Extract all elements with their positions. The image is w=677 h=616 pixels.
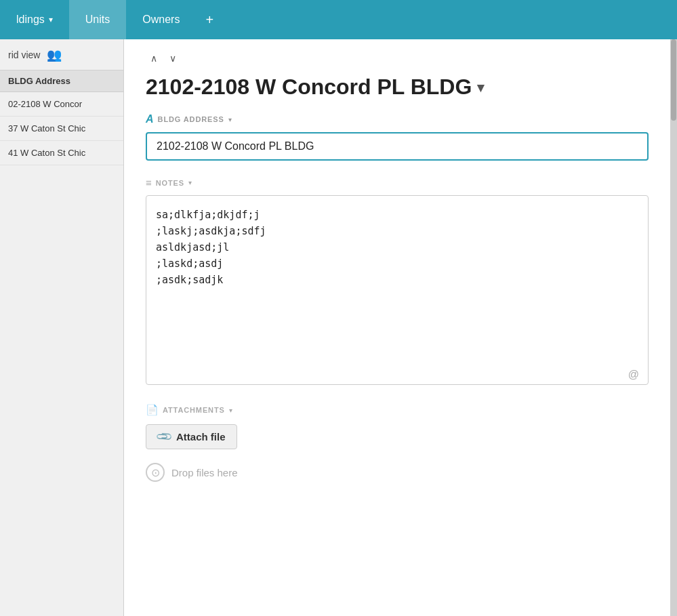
record-navigation: ∧ ∨ — [124, 39, 670, 72]
attachments-label-row: 📄 ATTACHMENTS ▾ — [146, 404, 649, 416]
attachments-section: 📄 ATTACHMENTS ▾ 📎 Attach file ⊙ Drop fil… — [124, 404, 670, 498]
bldg-address-label-row: A BLDG ADDRESS ▾ — [146, 113, 649, 125]
list-item[interactable]: 37 W Caton St Chic — [0, 117, 123, 141]
next-record-button[interactable]: ∨ — [165, 50, 181, 66]
list-item[interactable]: 02-2108 W Concor — [0, 92, 123, 117]
nav-tab-buildings-label: ldings — [16, 14, 45, 26]
drop-zone: ⊙ Drop files here — [146, 463, 649, 482]
nav-tab-buildings[interactable]: ldings ▾ — [0, 0, 69, 39]
record-title: 2102-2108 W Concord PL BLDG ▾ — [124, 72, 670, 113]
prev-record-button[interactable]: ∧ — [146, 50, 162, 66]
scrollbar-thumb[interactable] — [671, 39, 676, 121]
scrollbar[interactable] — [670, 39, 677, 616]
address-field-icon: A — [146, 113, 154, 125]
attach-file-button[interactable]: 📎 Attach file — [146, 424, 237, 449]
group-by-icon[interactable]: 👥 — [47, 47, 62, 62]
top-nav: ldings ▾ Units Owners + — [0, 0, 677, 39]
notes-textarea[interactable]: sa;dlkfja;dkjdf;j ;laskj;asdkja;sdfj asl… — [146, 195, 649, 385]
sidebar-column-header: BLDG Address — [0, 70, 123, 92]
list-item[interactable]: 41 W Caton St Chic — [0, 141, 123, 165]
attachments-field-icon: 📄 — [146, 404, 159, 416]
add-icon: + — [205, 12, 213, 28]
attachments-chevron-icon[interactable]: ▾ — [229, 407, 232, 414]
sidebar: rid view 👥 BLDG Address 02-2108 W Concor… — [0, 39, 124, 616]
nav-tab-owners-label: Owners — [142, 14, 180, 26]
view-label: rid view — [8, 49, 40, 60]
notes-wrapper: sa;dlkfja;dkjdf;j ;laskj;asdkja;sdfj asl… — [146, 195, 649, 388]
notes-label-text: NOTES — [156, 179, 184, 187]
bldg-address-chevron-icon[interactable]: ▾ — [228, 116, 232, 123]
title-text: 2102-2108 W Concord PL BLDG — [146, 75, 472, 100]
notes-chevron-icon[interactable]: ▾ — [188, 179, 192, 186]
notes-section: ≡ NOTES ▾ sa;dlkfja;dkjdf;j ;laskj;asdkj… — [124, 177, 670, 404]
drop-files-label: Drop files here — [171, 467, 238, 478]
notes-label-row: ≡ NOTES ▾ — [146, 177, 649, 188]
bldg-address-label-text: BLDG ADDRESS — [158, 115, 224, 123]
attachments-label-text: ATTACHMENTS — [163, 406, 225, 414]
bldg-address-input[interactable] — [146, 132, 649, 161]
add-tab-button[interactable]: + — [196, 0, 223, 39]
drop-zone-icon: ⊙ — [146, 463, 165, 482]
sidebar-toolbar: rid view 👥 — [0, 39, 123, 70]
attach-file-label: Attach file — [176, 431, 226, 443]
nav-tab-units-label: Units — [85, 14, 110, 26]
bldg-address-section: A BLDG ADDRESS ▾ — [124, 113, 670, 177]
nav-tab-owners[interactable]: Owners — [126, 0, 196, 39]
nav-tab-units[interactable]: Units — [69, 0, 126, 39]
paperclip-icon: 📎 — [155, 428, 173, 447]
title-chevron-icon[interactable]: ▾ — [477, 79, 484, 96]
notes-field-icon: ≡ — [146, 177, 152, 188]
buildings-chevron-icon: ▾ — [49, 15, 53, 24]
detail-panel: ∧ ∨ 2102-2108 W Concord PL BLDG ▾ A BLDG… — [124, 39, 670, 616]
